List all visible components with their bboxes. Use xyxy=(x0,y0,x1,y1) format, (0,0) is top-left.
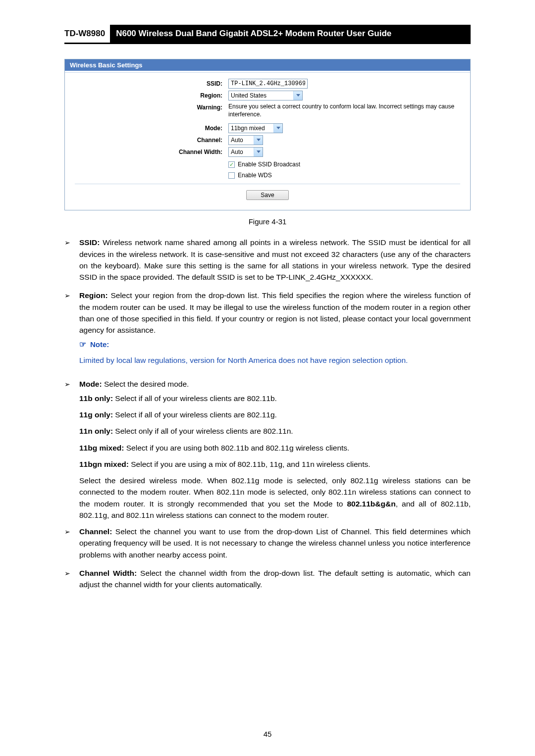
channel-value: Auto xyxy=(231,137,243,144)
figure-caption: Figure 4-31 xyxy=(64,217,471,226)
list-item: ➢ SSID: Wireless network name shared amo… xyxy=(64,237,471,283)
note-text: Limited by local law regulations, versio… xyxy=(79,354,471,366)
mode-value: 11bgn mixed xyxy=(231,125,265,132)
mode-option: 11bgn mixed: Select if you are using a m… xyxy=(79,458,471,470)
region-label: Region: xyxy=(75,91,228,99)
chevron-down-icon xyxy=(254,136,263,145)
wds-label: Enable WDS xyxy=(238,172,272,179)
ssid-broadcast-label: Enable SSID Broadcast xyxy=(238,161,300,168)
channel-label: Channel: xyxy=(75,135,228,144)
chevron-down-icon xyxy=(273,124,282,133)
mode-option: 11n only: Select only if all of your wir… xyxy=(79,425,471,437)
list-item: ➢ Channel: Select the channel you want t… xyxy=(64,526,471,560)
channel-select[interactable]: Auto xyxy=(228,135,263,145)
ssid-broadcast-checkbox[interactable] xyxy=(228,161,235,168)
channel-width-value: Auto xyxy=(231,149,243,155)
pointing-hand-icon: ☞ xyxy=(79,339,86,351)
bullet-icon: ➢ xyxy=(64,290,79,371)
panel-title: Wireless Basic Settings xyxy=(65,59,470,71)
save-button[interactable]: Save xyxy=(246,190,288,200)
bullet-icon: ➢ xyxy=(64,567,79,591)
ssid-label: SSID: xyxy=(75,79,228,87)
note-label: ☞ Note: xyxy=(79,339,471,351)
channel-width-select[interactable]: Auto xyxy=(228,147,263,157)
list-item: ➢ Mode: Select the desired mode. xyxy=(64,378,471,390)
channel-width-label: Channel Width: xyxy=(75,147,228,155)
list-item: ➢ Region: Select your region from the dr… xyxy=(64,290,471,371)
mode-option: 11b only: Select if all of your wireless… xyxy=(79,393,471,404)
chevron-down-icon xyxy=(293,91,302,100)
model-number: TD-W8980 xyxy=(64,25,110,44)
mode-paragraph: Select the desired wireless mode. When 8… xyxy=(79,475,471,521)
doc-header: TD-W8980 N600 Wireless Dual Band Gigabit… xyxy=(64,25,471,44)
doc-title: N600 Wireless Dual Band Gigabit ADSL2+ M… xyxy=(110,25,471,44)
wds-checkbox[interactable] xyxy=(228,172,235,179)
warning-label: Warning: xyxy=(75,102,228,111)
warning-text: Ensure you select a correct country to c… xyxy=(228,102,460,118)
region-select[interactable]: United States xyxy=(228,91,303,101)
wireless-settings-panel: Wireless Basic Settings SSID: Region: Un… xyxy=(64,59,471,210)
bullet-icon: ➢ xyxy=(64,237,79,283)
mode-label: Mode: xyxy=(75,123,228,132)
list-item: ➢ Channel Width: Select the channel widt… xyxy=(64,567,471,591)
bullet-icon: ➢ xyxy=(64,378,79,390)
chevron-down-icon xyxy=(254,148,263,156)
bullet-icon: ➢ xyxy=(64,526,79,560)
mode-select[interactable]: 11bgn mixed xyxy=(228,123,283,133)
page-number: 45 xyxy=(0,730,535,738)
mode-option: 11bg mixed: Select if you are using both… xyxy=(79,442,471,454)
region-value: United States xyxy=(231,92,267,99)
mode-option: 11g only: Select if all of your wireless… xyxy=(79,409,471,420)
ssid-input[interactable] xyxy=(228,79,308,89)
